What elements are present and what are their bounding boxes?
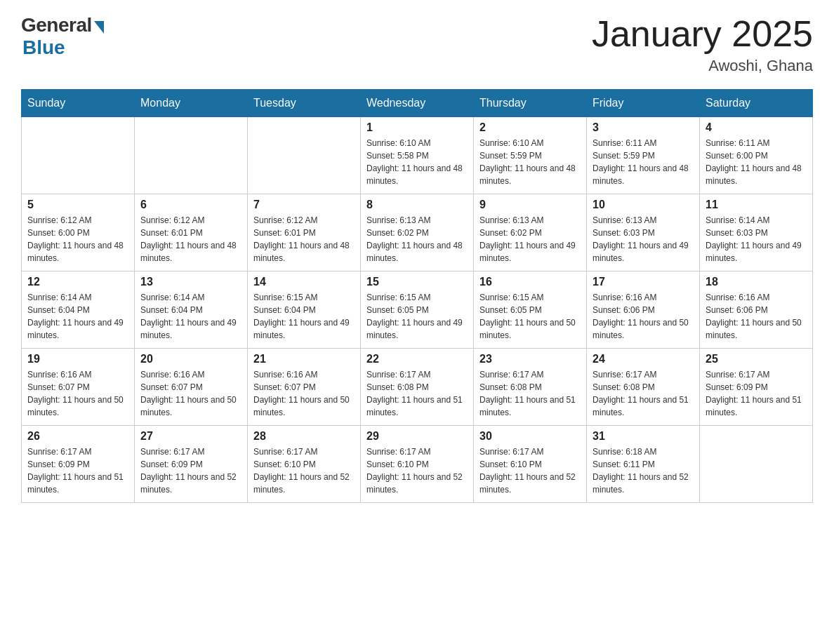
day-number: 10 <box>593 199 694 211</box>
day-number: 24 <box>593 353 694 365</box>
calendar-cell: 15Sunrise: 6:15 AM Sunset: 6:05 PM Dayli… <box>361 271 474 349</box>
location-text: Awoshi, Ghana <box>592 57 813 75</box>
calendar-week-row: 5Sunrise: 6:12 AM Sunset: 6:00 PM Daylig… <box>22 194 813 271</box>
day-number: 27 <box>140 430 241 443</box>
day-number: 18 <box>706 276 807 288</box>
calendar-cell <box>248 117 361 194</box>
weekday-header-wednesday: Wednesday <box>361 90 474 117</box>
day-info: Sunrise: 6:16 AM Sunset: 6:07 PM Dayligh… <box>253 368 355 419</box>
day-info: Sunrise: 6:18 AM Sunset: 6:11 PM Dayligh… <box>593 445 694 496</box>
day-number: 25 <box>706 353 807 365</box>
calendar-table: SundayMondayTuesdayWednesdayThursdayFrid… <box>21 89 813 503</box>
weekday-header-friday: Friday <box>587 90 700 117</box>
day-info: Sunrise: 6:12 AM Sunset: 6:00 PM Dayligh… <box>27 214 128 264</box>
weekday-header-sunday: Sunday <box>22 90 135 117</box>
weekday-header-tuesday: Tuesday <box>248 90 361 117</box>
calendar-cell: 24Sunrise: 6:17 AM Sunset: 6:08 PM Dayli… <box>587 349 700 426</box>
title-block: January 2025 Awoshi, Ghana <box>592 14 813 75</box>
day-info: Sunrise: 6:14 AM Sunset: 6:04 PM Dayligh… <box>27 291 128 342</box>
calendar-cell <box>22 117 135 194</box>
day-number: 9 <box>479 199 581 211</box>
calendar-week-row: 1Sunrise: 6:10 AM Sunset: 5:58 PM Daylig… <box>22 117 813 194</box>
weekday-header-monday: Monday <box>135 90 248 117</box>
day-info: Sunrise: 6:16 AM Sunset: 6:06 PM Dayligh… <box>706 291 807 342</box>
weekday-header-saturday: Saturday <box>700 90 813 117</box>
calendar-cell: 23Sunrise: 6:17 AM Sunset: 6:08 PM Dayli… <box>474 349 587 426</box>
calendar-cell: 30Sunrise: 6:17 AM Sunset: 6:10 PM Dayli… <box>474 426 587 503</box>
day-number: 4 <box>706 121 807 134</box>
day-info: Sunrise: 6:13 AM Sunset: 6:03 PM Dayligh… <box>593 214 694 264</box>
day-number: 19 <box>27 353 128 365</box>
day-info: Sunrise: 6:16 AM Sunset: 6:07 PM Dayligh… <box>27 368 128 419</box>
day-info: Sunrise: 6:12 AM Sunset: 6:01 PM Dayligh… <box>140 214 241 264</box>
logo: General Blue <box>21 14 104 59</box>
calendar-cell: 29Sunrise: 6:17 AM Sunset: 6:10 PM Dayli… <box>361 426 474 503</box>
calendar-cell: 20Sunrise: 6:16 AM Sunset: 6:07 PM Dayli… <box>135 349 248 426</box>
logo-arrow-icon <box>94 21 104 34</box>
day-info: Sunrise: 6:16 AM Sunset: 6:07 PM Dayligh… <box>140 368 241 419</box>
calendar-cell: 26Sunrise: 6:17 AM Sunset: 6:09 PM Dayli… <box>22 426 135 503</box>
day-info: Sunrise: 6:17 AM Sunset: 6:09 PM Dayligh… <box>706 368 807 419</box>
day-info: Sunrise: 6:17 AM Sunset: 6:10 PM Dayligh… <box>479 445 581 496</box>
calendar-cell: 10Sunrise: 6:13 AM Sunset: 6:03 PM Dayli… <box>587 194 700 271</box>
day-number: 26 <box>27 430 128 443</box>
calendar-cell: 7Sunrise: 6:12 AM Sunset: 6:01 PM Daylig… <box>248 194 361 271</box>
logo-general-text: General <box>21 14 92 36</box>
day-info: Sunrise: 6:13 AM Sunset: 6:02 PM Dayligh… <box>479 214 581 264</box>
day-number: 8 <box>366 199 468 211</box>
day-info: Sunrise: 6:17 AM Sunset: 6:08 PM Dayligh… <box>366 368 468 419</box>
day-number: 1 <box>366 121 468 134</box>
calendar-cell: 1Sunrise: 6:10 AM Sunset: 5:58 PM Daylig… <box>361 117 474 194</box>
day-info: Sunrise: 6:10 AM Sunset: 5:59 PM Dayligh… <box>479 137 581 187</box>
page-header: General Blue January 2025 Awoshi, Ghana <box>21 14 813 75</box>
calendar-cell <box>700 426 813 503</box>
calendar-cell: 13Sunrise: 6:14 AM Sunset: 6:04 PM Dayli… <box>135 271 248 349</box>
day-info: Sunrise: 6:17 AM Sunset: 6:09 PM Dayligh… <box>27 445 128 496</box>
day-number: 23 <box>479 353 581 365</box>
calendar-cell: 16Sunrise: 6:15 AM Sunset: 6:05 PM Dayli… <box>474 271 587 349</box>
day-info: Sunrise: 6:12 AM Sunset: 6:01 PM Dayligh… <box>253 214 355 264</box>
day-number: 7 <box>253 199 355 211</box>
day-info: Sunrise: 6:15 AM Sunset: 6:04 PM Dayligh… <box>253 291 355 342</box>
calendar-cell: 21Sunrise: 6:16 AM Sunset: 6:07 PM Dayli… <box>248 349 361 426</box>
calendar-cell <box>135 117 248 194</box>
day-info: Sunrise: 6:10 AM Sunset: 5:58 PM Dayligh… <box>366 137 468 187</box>
calendar-cell: 28Sunrise: 6:17 AM Sunset: 6:10 PM Dayli… <box>248 426 361 503</box>
day-info: Sunrise: 6:13 AM Sunset: 6:02 PM Dayligh… <box>366 214 468 264</box>
calendar-week-row: 19Sunrise: 6:16 AM Sunset: 6:07 PM Dayli… <box>22 349 813 426</box>
day-number: 16 <box>479 276 581 288</box>
calendar-cell: 6Sunrise: 6:12 AM Sunset: 6:01 PM Daylig… <box>135 194 248 271</box>
weekday-header-row: SundayMondayTuesdayWednesdayThursdayFrid… <box>22 90 813 117</box>
day-number: 28 <box>253 430 355 443</box>
day-number: 21 <box>253 353 355 365</box>
calendar-cell: 9Sunrise: 6:13 AM Sunset: 6:02 PM Daylig… <box>474 194 587 271</box>
day-info: Sunrise: 6:14 AM Sunset: 6:03 PM Dayligh… <box>706 214 807 264</box>
calendar-cell: 25Sunrise: 6:17 AM Sunset: 6:09 PM Dayli… <box>700 349 813 426</box>
calendar-week-row: 26Sunrise: 6:17 AM Sunset: 6:09 PM Dayli… <box>22 426 813 503</box>
calendar-cell: 2Sunrise: 6:10 AM Sunset: 5:59 PM Daylig… <box>474 117 587 194</box>
day-number: 3 <box>593 121 694 134</box>
logo-blue-text: Blue <box>22 36 65 59</box>
day-number: 5 <box>27 199 128 211</box>
day-number: 2 <box>479 121 581 134</box>
day-info: Sunrise: 6:17 AM Sunset: 6:08 PM Dayligh… <box>479 368 581 419</box>
day-number: 29 <box>366 430 468 443</box>
day-info: Sunrise: 6:15 AM Sunset: 6:05 PM Dayligh… <box>479 291 581 342</box>
day-number: 12 <box>27 276 128 288</box>
calendar-cell: 4Sunrise: 6:11 AM Sunset: 6:00 PM Daylig… <box>700 117 813 194</box>
day-number: 22 <box>366 353 468 365</box>
day-info: Sunrise: 6:17 AM Sunset: 6:08 PM Dayligh… <box>593 368 694 419</box>
calendar-cell: 19Sunrise: 6:16 AM Sunset: 6:07 PM Dayli… <box>22 349 135 426</box>
weekday-header-thursday: Thursday <box>474 90 587 117</box>
day-number: 31 <box>593 430 694 443</box>
calendar-cell: 22Sunrise: 6:17 AM Sunset: 6:08 PM Dayli… <box>361 349 474 426</box>
calendar-cell: 12Sunrise: 6:14 AM Sunset: 6:04 PM Dayli… <box>22 271 135 349</box>
calendar-cell: 14Sunrise: 6:15 AM Sunset: 6:04 PM Dayli… <box>248 271 361 349</box>
calendar-cell: 5Sunrise: 6:12 AM Sunset: 6:00 PM Daylig… <box>22 194 135 271</box>
day-number: 17 <box>593 276 694 288</box>
day-number: 15 <box>366 276 468 288</box>
calendar-cell: 27Sunrise: 6:17 AM Sunset: 6:09 PM Dayli… <box>135 426 248 503</box>
day-number: 14 <box>253 276 355 288</box>
calendar-cell: 31Sunrise: 6:18 AM Sunset: 6:11 PM Dayli… <box>587 426 700 503</box>
calendar-week-row: 12Sunrise: 6:14 AM Sunset: 6:04 PM Dayli… <box>22 271 813 349</box>
